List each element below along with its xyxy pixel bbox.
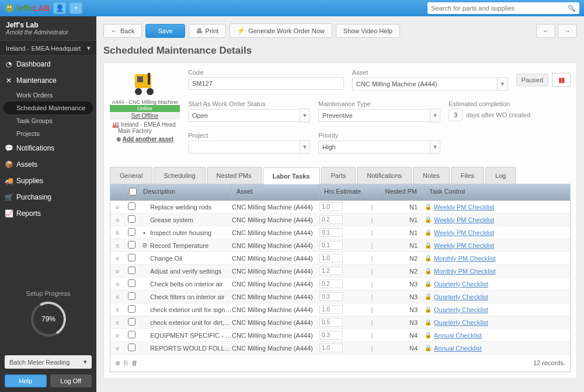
table-row[interactable]: ≡Change OilCNC Milling Machine (A444)|N2…	[110, 252, 570, 265]
hrs-input[interactable]	[319, 318, 343, 327]
task-control-link[interactable]: Quarterly Checklist	[434, 293, 488, 300]
search-input[interactable]	[431, 5, 568, 12]
chevron-down-icon[interactable]: ▼	[430, 108, 440, 123]
col-asset[interactable]: Asset	[232, 184, 319, 200]
back-button[interactable]: ←Back	[103, 24, 142, 38]
task-control-link[interactable]: Weekly PM Checklist	[434, 204, 494, 211]
nav-purchasing[interactable]: 🛒Purchasing	[0, 189, 96, 205]
video-help-button[interactable]: Show Video Help	[336, 24, 400, 38]
nav-maintenance[interactable]: ✕Maintenance	[0, 72, 96, 89]
drag-handle-icon[interactable]: ≡	[110, 345, 124, 352]
maint-type-select[interactable]	[318, 109, 430, 122]
tab-log[interactable]: Log	[485, 167, 516, 184]
location-select[interactable]: Ireland - EMEA Headquart ▾	[0, 40, 96, 56]
next-button[interactable]: →	[558, 24, 577, 38]
col-nested-pm[interactable]: Nested PM	[378, 184, 425, 200]
task-control-link[interactable]: Quarterly Checklist	[434, 306, 488, 313]
nav-dashboard[interactable]: ◔Dashboard	[0, 56, 96, 72]
print-button[interactable]: 🖶Print	[189, 24, 227, 38]
row-checkbox[interactable]	[128, 279, 135, 287]
drag-handle-icon[interactable]: ≡	[110, 332, 124, 339]
table-row[interactable]: ≡•Inspect outer housingCNC Milling Machi…	[110, 226, 570, 239]
nav-projects[interactable]: Projects	[0, 127, 96, 140]
table-row[interactable]: ≡check exterior unit for signs of...CNC …	[110, 303, 570, 316]
tab-files[interactable]: Files	[451, 167, 484, 184]
hrs-input[interactable]	[319, 215, 343, 224]
select-all-checkbox[interactable]	[129, 188, 137, 195]
drag-handle-icon[interactable]: ≡	[110, 242, 124, 249]
row-checkbox[interactable]	[128, 292, 135, 300]
table-row[interactable]: ≡Grease systemCNC Milling Machine (A444)…	[110, 214, 570, 226]
drag-handle-icon[interactable]: ≡	[110, 229, 124, 236]
col-hrs[interactable]: Hrs Estimate	[319, 184, 378, 200]
row-checkbox[interactable]	[128, 202, 135, 210]
task-control-link[interactable]: Annual Checklist	[434, 345, 482, 352]
drag-handle-icon[interactable]: ≡	[110, 255, 124, 262]
tab-notes[interactable]: Notes	[413, 167, 450, 184]
table-row[interactable]: ≡Check belts on interior airCNC Milling …	[110, 278, 570, 290]
nav-assets[interactable]: 📦Assets	[0, 156, 96, 173]
task-control-link[interactable]: Monthly PM Checklist	[434, 255, 496, 262]
table-row[interactable]: ≡Replace welding rodsCNC Milling Machine…	[110, 201, 570, 214]
drag-handle-icon[interactable]: ≡	[110, 319, 124, 326]
hrs-input[interactable]	[319, 267, 343, 275]
row-checkbox[interactable]	[128, 241, 135, 249]
nav-reports[interactable]: 📈Reports	[0, 205, 96, 222]
tab-general[interactable]: General	[110, 167, 152, 184]
drag-handle-icon[interactable]: ≡	[110, 204, 124, 211]
nav-supplies[interactable]: 🚚Supplies	[0, 173, 96, 189]
help-button[interactable]: Help	[5, 374, 47, 387]
logoff-button[interactable]: Log Off	[50, 374, 92, 387]
task-control-link[interactable]: Monthly PM Checklist	[434, 268, 496, 275]
est-days-input[interactable]	[449, 108, 463, 121]
task-control-link[interactable]: Weekly PM Checklist	[434, 216, 494, 223]
task-control-link[interactable]: Annual Checklist	[434, 332, 482, 339]
table-row[interactable]: ≡EQUIPMENT SPECIFIC - VEND...CNC Milling…	[110, 329, 570, 342]
tab-parts[interactable]: Parts	[321, 167, 356, 184]
row-checkbox[interactable]	[128, 228, 135, 236]
tab-nested-pms[interactable]: Nested PMs	[207, 167, 262, 184]
chevron-down-icon[interactable]: ▼	[430, 140, 440, 154]
table-row[interactable]: ≡Adjust and verify settingsCNC Milling M…	[110, 265, 570, 278]
save-button[interactable]: Save	[145, 24, 185, 38]
user-icon[interactable]: 👤	[53, 2, 66, 14]
table-row[interactable]: ≡REPORTS WOULD FOLLOW AN...CNC Milling M…	[110, 342, 570, 355]
hrs-input[interactable]	[319, 279, 343, 288]
task-control-link[interactable]: Weekly PM Checklist	[434, 229, 494, 236]
row-checkbox[interactable]	[128, 305, 135, 313]
table-row[interactable]: ≡Check filters on interior airCNC Millin…	[110, 290, 570, 303]
chevron-down-icon[interactable]: ▼	[300, 140, 310, 154]
nav-scheduled-maintenance[interactable]: Scheduled Maintenance	[4, 102, 93, 114]
hrs-input[interactable]	[319, 254, 343, 262]
search-icon[interactable]: 🔍	[568, 5, 576, 12]
drag-handle-icon[interactable]: ≡	[110, 293, 124, 300]
nav-notifications[interactable]: 💬Notifications	[0, 140, 96, 156]
hrs-input[interactable]	[319, 344, 343, 352]
row-checkbox[interactable]	[128, 215, 135, 223]
prev-button[interactable]: ←	[536, 24, 555, 38]
chevron-down-icon[interactable]: ▼	[300, 108, 310, 123]
drag-handle-icon[interactable]: ≡	[110, 268, 124, 275]
generate-wo-button[interactable]: ⚡Generate Work Order Now	[230, 23, 332, 38]
project-select[interactable]	[188, 141, 300, 153]
code-input[interactable]	[188, 77, 344, 90]
row-checkbox[interactable]	[128, 318, 135, 326]
tab-labor-tasks[interactable]: Labor Tasks	[263, 167, 320, 184]
priority-select[interactable]	[318, 141, 430, 153]
row-checkbox[interactable]	[128, 331, 135, 338]
batch-meter-button[interactable]: Batch Meter Reading ▾	[5, 355, 92, 369]
tab-notifications[interactable]: Notifications	[357, 167, 412, 184]
drag-handle-icon[interactable]: ≡	[110, 306, 124, 313]
hrs-input[interactable]	[319, 202, 343, 211]
plus-icon[interactable]: +	[69, 2, 82, 14]
table-row[interactable]: ≡check exterior unit for dirt, de...CNC …	[110, 316, 570, 329]
drag-handle-icon[interactable]: ≡	[110, 216, 124, 223]
table-row[interactable]: ≡⊘Record TemperatureCNC Milling Machine …	[110, 239, 570, 252]
asset-select[interactable]	[352, 78, 497, 90]
task-control-link[interactable]: Weekly PM Checklist	[434, 242, 494, 249]
nav-work-orders[interactable]: Work Orders	[0, 89, 96, 102]
set-offline-link[interactable]: Set Offline	[110, 112, 180, 120]
task-control-link[interactable]: Quarterly Checklist	[434, 319, 488, 326]
add-row-icon[interactable]: ⊕	[115, 359, 120, 367]
row-checkbox[interactable]	[128, 254, 135, 261]
